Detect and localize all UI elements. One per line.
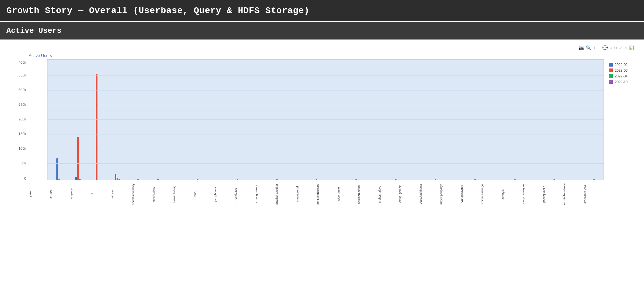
bars-container <box>47 60 604 180</box>
x-label: root <box>193 180 214 209</box>
bar-group <box>484 60 504 180</box>
chart-title: Active Users <box>29 53 604 58</box>
x-label: gozde.giray <box>152 180 173 209</box>
zoom-icon[interactable]: 🔍 <box>586 45 591 51</box>
legend-item-2022-04: 2022-04 <box>609 74 634 78</box>
bar-group <box>583 60 603 180</box>
x-label: lemuel.gomez <box>398 180 419 209</box>
bar-group <box>207 60 226 180</box>
bar-group <box>147 60 167 180</box>
legend-box-green <box>609 74 613 78</box>
x-label: pratiksha.redkar <box>275 180 296 209</box>
bar-group <box>345 60 365 180</box>
bar-group <box>524 60 543 180</box>
bar-group <box>266 60 286 180</box>
x-label: pankaj.kapile <box>542 180 563 209</box>
x-label: denny.lu <box>501 180 522 209</box>
bar-group <box>306 60 326 180</box>
bar-group <box>464 60 484 180</box>
x-label: neslihan.ozturk <box>357 180 378 209</box>
x-label: mayur.panpaliya <box>440 180 460 209</box>
legend-item-2022-10: 2022-10 <box>609 80 634 84</box>
bar-group <box>187 60 207 180</box>
bar-group <box>127 60 147 180</box>
bar-group <box>246 60 266 180</box>
bar-group <box>504 60 524 180</box>
chart-main: Active Users 400k 350k 300k 250k 200k 15… <box>10 53 604 209</box>
x-label: ui <box>90 180 111 209</box>
x-label: merve.sertel <box>296 180 317 209</box>
chart-area: Active Users 400k 350k 300k 250k 200k 15… <box>6 53 638 209</box>
x-label: sreekanth.jella <box>583 180 604 209</box>
bar <box>96 74 97 180</box>
bar-group <box>405 60 425 180</box>
bar-group <box>68 60 88 180</box>
x-label: a1user <box>49 180 70 209</box>
page-title: Growth Story — Overall (Userbase, Query … <box>6 6 310 16</box>
x-label: sevgi.cavusyan <box>522 180 542 209</box>
x-label: yarn <box>29 180 49 209</box>
bar-group <box>88 60 107 180</box>
legend-item-2022-03: 2022-03 <box>609 68 634 72</box>
section-title-bar: Active Users <box>0 22 644 40</box>
bar <box>56 158 58 180</box>
bar-group <box>365 60 385 180</box>
bar-group <box>425 60 444 180</box>
chart-plot <box>47 59 604 180</box>
x-label: shirluv.santiago <box>481 180 501 209</box>
plus-icon[interactable]: + <box>593 46 596 51</box>
bar-group <box>48 60 68 180</box>
x-label: steven.ludwig <box>173 180 193 209</box>
legend: 2022-02 2022-03 2022-04 2022-10 <box>609 63 634 84</box>
x-label: deep.kachhawa <box>419 180 440 209</box>
camera-icon[interactable]: 📷 <box>578 45 584 51</box>
bar-group <box>543 60 563 180</box>
comment-icon[interactable]: 💬 <box>602 45 608 51</box>
x-label: campaign <box>70 180 90 209</box>
legend-box-red <box>609 68 613 72</box>
collapse-icon[interactable]: ⊖ <box>614 45 617 51</box>
x-label: rockie.teo <box>234 180 255 209</box>
bar-group <box>108 60 127 180</box>
legend-box-blue <box>609 63 613 67</box>
x-labels: yarna1usercampaignuimlusershefali.chouks… <box>29 180 604 209</box>
x-label: ryan.garaygay <box>460 180 481 209</box>
x-label: robert.trejo <box>337 180 358 209</box>
home-icon[interactable]: ⌂ <box>625 46 627 51</box>
bar-group <box>444 60 464 180</box>
x-label: mahesh.dave <box>378 180 399 209</box>
x-label: mluser <box>111 180 132 209</box>
y-axis: 400k 350k 300k 250k 200k 150k 100k 50k 0 <box>10 59 28 180</box>
legend-item-2022-02: 2022-02 <box>609 63 634 67</box>
select-icon[interactable]: ⊞ <box>597 45 600 51</box>
chart-container: 📷 🔍 + ⊞ 💬 ⊕ ⊖ ⤢ ⌂ 📊 Active Users 400k 35… <box>0 40 644 209</box>
bar-group <box>563 60 583 180</box>
bar-group <box>286 60 306 180</box>
bar <box>115 174 116 180</box>
bar-group <box>167 60 187 180</box>
bar <box>77 137 79 180</box>
section-title: Active Users <box>6 26 61 35</box>
bar-group <box>385 60 405 180</box>
bar-chart-icon[interactable]: 📊 <box>629 45 634 51</box>
x-label: surya.gunisetti <box>255 180 275 209</box>
fullscreen-icon[interactable]: ⤢ <box>619 45 623 51</box>
bar-group <box>226 60 246 180</box>
legend-box-purple <box>609 80 613 84</box>
x-label: shefali.chouksey <box>132 180 152 209</box>
page-title-bar: Growth Story — Overall (Userbase, Query … <box>0 0 644 21</box>
toolbar: 📷 🔍 + ⊞ 💬 ⊕ ⊖ ⤢ ⌂ 📊 <box>6 43 638 53</box>
x-label: amruta.bandewar <box>563 180 583 209</box>
x-label: jon.gibbens <box>214 180 234 209</box>
bar-group <box>326 60 345 180</box>
x-label: amit.kesharwani <box>316 180 337 209</box>
expand-icon[interactable]: ⊕ <box>610 45 612 51</box>
